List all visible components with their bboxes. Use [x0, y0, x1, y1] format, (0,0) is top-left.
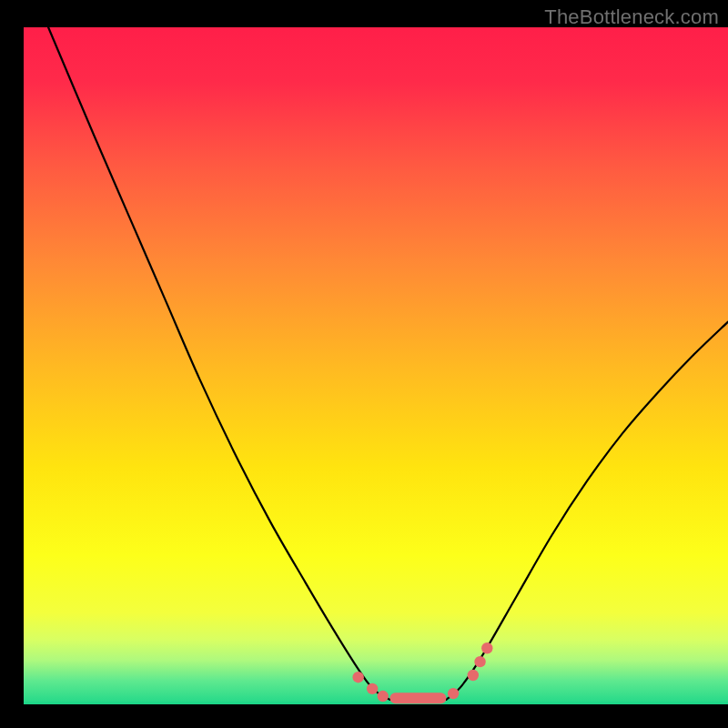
curve-marker-5: [474, 656, 485, 667]
bottom-marker-bar: [389, 693, 446, 703]
baseline-highlight: [24, 703, 728, 705]
curve-marker-4: [468, 670, 479, 681]
curve-marker-0: [352, 672, 363, 682]
watermark-label: TheBottleneck.com: [544, 5, 719, 29]
bottleneck-chart: [0, 0, 728, 728]
curve-marker-1: [367, 683, 378, 694]
plot-gradient: [24, 27, 728, 704]
curve-marker-3: [448, 688, 459, 699]
chart-frame: TheBottleneck.com: [0, 0, 728, 728]
curve-marker-2: [378, 691, 389, 702]
curve-marker-6: [481, 642, 492, 653]
